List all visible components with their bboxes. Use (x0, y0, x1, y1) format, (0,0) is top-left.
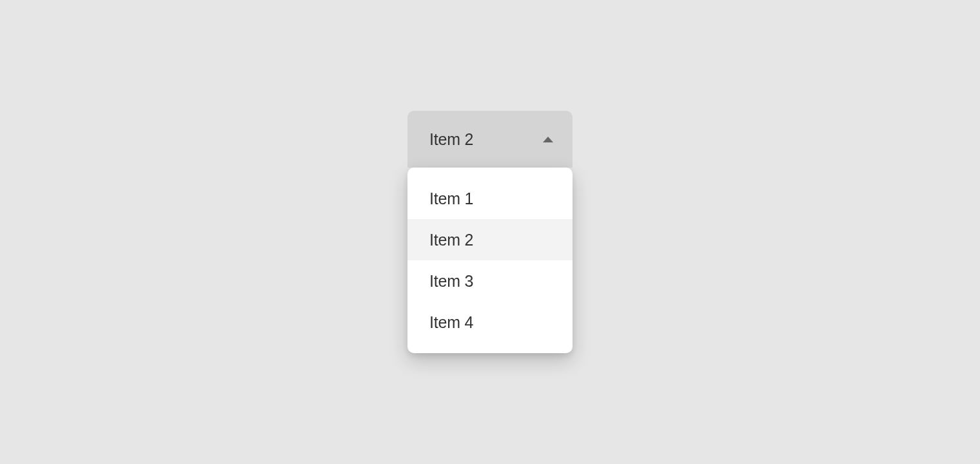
dropdown-trigger[interactable]: Item 2 (407, 111, 573, 168)
dropdown-option-label: Item 3 (429, 272, 473, 291)
dropdown: Item 2 Item 1 Item 2 Item 3 Item 4 (407, 111, 573, 353)
chevron-up-icon (543, 137, 553, 142)
dropdown-menu: Item 1 Item 2 Item 3 Item 4 (407, 168, 573, 353)
dropdown-option-label: Item 4 (429, 313, 473, 332)
dropdown-option[interactable]: Item 4 (407, 302, 573, 343)
dropdown-option[interactable]: Item 1 (407, 178, 573, 219)
dropdown-option[interactable]: Item 3 (407, 260, 573, 302)
dropdown-option-label: Item 2 (429, 231, 473, 249)
dropdown-selected-label: Item 2 (429, 130, 473, 149)
dropdown-option[interactable]: Item 2 (407, 219, 573, 260)
dropdown-option-label: Item 1 (429, 189, 473, 208)
